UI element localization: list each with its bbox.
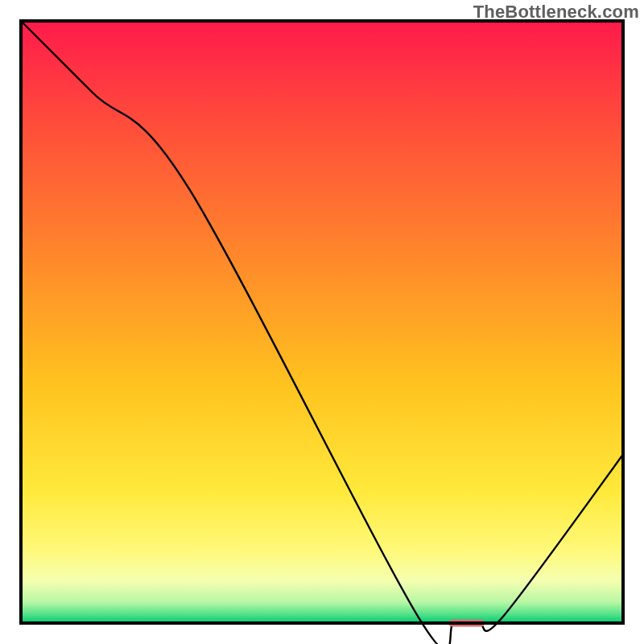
watermark-label: TheBottleneck.com xyxy=(473,2,639,23)
chart-container: TheBottleneck.com xyxy=(0,0,644,644)
bottleneck-chart xyxy=(0,0,644,644)
plot-background xyxy=(21,21,623,623)
